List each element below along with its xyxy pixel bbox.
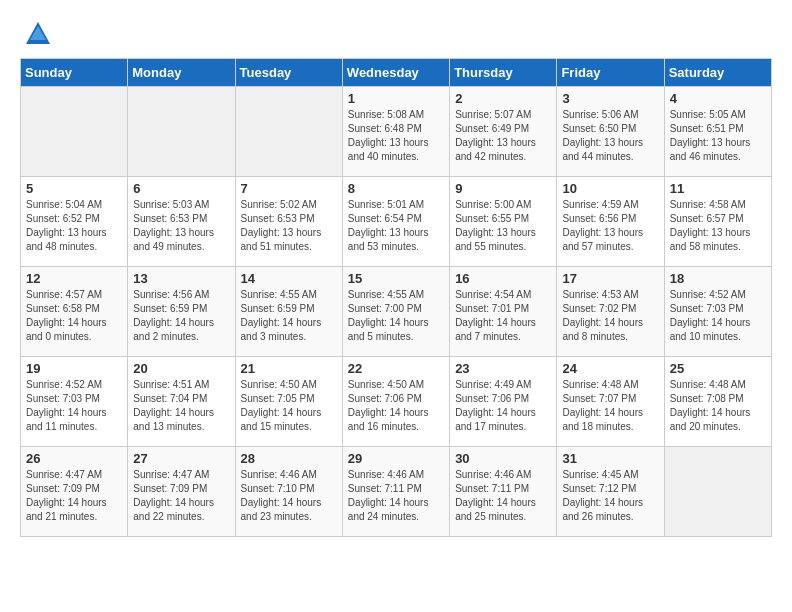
day-of-week-header: Saturday bbox=[664, 59, 771, 87]
day-number: 26 bbox=[26, 451, 122, 466]
day-info: Sunrise: 4:48 AM Sunset: 7:07 PM Dayligh… bbox=[562, 378, 658, 434]
calendar-week-row: 19Sunrise: 4:52 AM Sunset: 7:03 PM Dayli… bbox=[21, 357, 772, 447]
day-info: Sunrise: 5:03 AM Sunset: 6:53 PM Dayligh… bbox=[133, 198, 229, 254]
day-info: Sunrise: 4:56 AM Sunset: 6:59 PM Dayligh… bbox=[133, 288, 229, 344]
day-info: Sunrise: 4:53 AM Sunset: 7:02 PM Dayligh… bbox=[562, 288, 658, 344]
calendar-day-cell: 18Sunrise: 4:52 AM Sunset: 7:03 PM Dayli… bbox=[664, 267, 771, 357]
day-number: 18 bbox=[670, 271, 766, 286]
page-header bbox=[20, 20, 772, 48]
day-info: Sunrise: 4:50 AM Sunset: 7:05 PM Dayligh… bbox=[241, 378, 337, 434]
day-info: Sunrise: 4:46 AM Sunset: 7:11 PM Dayligh… bbox=[348, 468, 444, 524]
calendar-day-cell: 2Sunrise: 5:07 AM Sunset: 6:49 PM Daylig… bbox=[450, 87, 557, 177]
day-info: Sunrise: 4:52 AM Sunset: 7:03 PM Dayligh… bbox=[26, 378, 122, 434]
calendar-day-cell: 16Sunrise: 4:54 AM Sunset: 7:01 PM Dayli… bbox=[450, 267, 557, 357]
calendar-day-cell: 12Sunrise: 4:57 AM Sunset: 6:58 PM Dayli… bbox=[21, 267, 128, 357]
day-of-week-header: Thursday bbox=[450, 59, 557, 87]
day-number: 11 bbox=[670, 181, 766, 196]
calendar-day-cell: 13Sunrise: 4:56 AM Sunset: 6:59 PM Dayli… bbox=[128, 267, 235, 357]
day-number: 29 bbox=[348, 451, 444, 466]
day-info: Sunrise: 4:50 AM Sunset: 7:06 PM Dayligh… bbox=[348, 378, 444, 434]
calendar-day-cell: 8Sunrise: 5:01 AM Sunset: 6:54 PM Daylig… bbox=[342, 177, 449, 267]
day-number: 22 bbox=[348, 361, 444, 376]
calendar-day-cell bbox=[21, 87, 128, 177]
day-number: 10 bbox=[562, 181, 658, 196]
day-info: Sunrise: 4:51 AM Sunset: 7:04 PM Dayligh… bbox=[133, 378, 229, 434]
day-info: Sunrise: 5:01 AM Sunset: 6:54 PM Dayligh… bbox=[348, 198, 444, 254]
day-info: Sunrise: 4:47 AM Sunset: 7:09 PM Dayligh… bbox=[26, 468, 122, 524]
day-info: Sunrise: 4:54 AM Sunset: 7:01 PM Dayligh… bbox=[455, 288, 551, 344]
day-info: Sunrise: 4:59 AM Sunset: 6:56 PM Dayligh… bbox=[562, 198, 658, 254]
calendar-day-cell: 9Sunrise: 5:00 AM Sunset: 6:55 PM Daylig… bbox=[450, 177, 557, 267]
calendar-day-cell: 26Sunrise: 4:47 AM Sunset: 7:09 PM Dayli… bbox=[21, 447, 128, 537]
day-info: Sunrise: 5:02 AM Sunset: 6:53 PM Dayligh… bbox=[241, 198, 337, 254]
day-of-week-header: Friday bbox=[557, 59, 664, 87]
day-info: Sunrise: 4:52 AM Sunset: 7:03 PM Dayligh… bbox=[670, 288, 766, 344]
day-number: 17 bbox=[562, 271, 658, 286]
calendar-day-cell: 7Sunrise: 5:02 AM Sunset: 6:53 PM Daylig… bbox=[235, 177, 342, 267]
day-info: Sunrise: 5:07 AM Sunset: 6:49 PM Dayligh… bbox=[455, 108, 551, 164]
calendar-day-cell: 3Sunrise: 5:06 AM Sunset: 6:50 PM Daylig… bbox=[557, 87, 664, 177]
calendar-table: SundayMondayTuesdayWednesdayThursdayFrid… bbox=[20, 58, 772, 537]
day-info: Sunrise: 5:06 AM Sunset: 6:50 PM Dayligh… bbox=[562, 108, 658, 164]
day-of-week-header: Wednesday bbox=[342, 59, 449, 87]
day-info: Sunrise: 4:46 AM Sunset: 7:11 PM Dayligh… bbox=[455, 468, 551, 524]
day-info: Sunrise: 4:48 AM Sunset: 7:08 PM Dayligh… bbox=[670, 378, 766, 434]
day-number: 9 bbox=[455, 181, 551, 196]
day-info: Sunrise: 4:55 AM Sunset: 7:00 PM Dayligh… bbox=[348, 288, 444, 344]
day-of-week-header: Tuesday bbox=[235, 59, 342, 87]
day-number: 23 bbox=[455, 361, 551, 376]
day-number: 6 bbox=[133, 181, 229, 196]
day-number: 15 bbox=[348, 271, 444, 286]
day-number: 7 bbox=[241, 181, 337, 196]
day-number: 20 bbox=[133, 361, 229, 376]
calendar-header-row: SundayMondayTuesdayWednesdayThursdayFrid… bbox=[21, 59, 772, 87]
day-of-week-header: Sunday bbox=[21, 59, 128, 87]
day-info: Sunrise: 4:46 AM Sunset: 7:10 PM Dayligh… bbox=[241, 468, 337, 524]
calendar-day-cell bbox=[128, 87, 235, 177]
day-number: 8 bbox=[348, 181, 444, 196]
day-number: 24 bbox=[562, 361, 658, 376]
day-number: 13 bbox=[133, 271, 229, 286]
calendar-day-cell: 22Sunrise: 4:50 AM Sunset: 7:06 PM Dayli… bbox=[342, 357, 449, 447]
day-info: Sunrise: 4:57 AM Sunset: 6:58 PM Dayligh… bbox=[26, 288, 122, 344]
day-number: 4 bbox=[670, 91, 766, 106]
day-number: 19 bbox=[26, 361, 122, 376]
day-number: 30 bbox=[455, 451, 551, 466]
day-info: Sunrise: 4:55 AM Sunset: 6:59 PM Dayligh… bbox=[241, 288, 337, 344]
logo bbox=[20, 20, 52, 48]
day-number: 14 bbox=[241, 271, 337, 286]
calendar-week-row: 1Sunrise: 5:08 AM Sunset: 6:48 PM Daylig… bbox=[21, 87, 772, 177]
day-number: 27 bbox=[133, 451, 229, 466]
calendar-week-row: 12Sunrise: 4:57 AM Sunset: 6:58 PM Dayli… bbox=[21, 267, 772, 357]
day-number: 5 bbox=[26, 181, 122, 196]
calendar-day-cell: 21Sunrise: 4:50 AM Sunset: 7:05 PM Dayli… bbox=[235, 357, 342, 447]
calendar-day-cell: 10Sunrise: 4:59 AM Sunset: 6:56 PM Dayli… bbox=[557, 177, 664, 267]
calendar-day-cell bbox=[235, 87, 342, 177]
calendar-day-cell: 17Sunrise: 4:53 AM Sunset: 7:02 PM Dayli… bbox=[557, 267, 664, 357]
calendar-day-cell: 23Sunrise: 4:49 AM Sunset: 7:06 PM Dayli… bbox=[450, 357, 557, 447]
day-number: 25 bbox=[670, 361, 766, 376]
day-number: 3 bbox=[562, 91, 658, 106]
day-info: Sunrise: 5:00 AM Sunset: 6:55 PM Dayligh… bbox=[455, 198, 551, 254]
calendar-day-cell bbox=[664, 447, 771, 537]
calendar-day-cell: 29Sunrise: 4:46 AM Sunset: 7:11 PM Dayli… bbox=[342, 447, 449, 537]
calendar-day-cell: 1Sunrise: 5:08 AM Sunset: 6:48 PM Daylig… bbox=[342, 87, 449, 177]
calendar-day-cell: 28Sunrise: 4:46 AM Sunset: 7:10 PM Dayli… bbox=[235, 447, 342, 537]
calendar-day-cell: 6Sunrise: 5:03 AM Sunset: 6:53 PM Daylig… bbox=[128, 177, 235, 267]
day-number: 31 bbox=[562, 451, 658, 466]
calendar-day-cell: 19Sunrise: 4:52 AM Sunset: 7:03 PM Dayli… bbox=[21, 357, 128, 447]
calendar-week-row: 26Sunrise: 4:47 AM Sunset: 7:09 PM Dayli… bbox=[21, 447, 772, 537]
day-info: Sunrise: 5:05 AM Sunset: 6:51 PM Dayligh… bbox=[670, 108, 766, 164]
calendar-day-cell: 31Sunrise: 4:45 AM Sunset: 7:12 PM Dayli… bbox=[557, 447, 664, 537]
calendar-day-cell: 5Sunrise: 5:04 AM Sunset: 6:52 PM Daylig… bbox=[21, 177, 128, 267]
day-number: 12 bbox=[26, 271, 122, 286]
day-info: Sunrise: 4:58 AM Sunset: 6:57 PM Dayligh… bbox=[670, 198, 766, 254]
day-number: 1 bbox=[348, 91, 444, 106]
day-number: 28 bbox=[241, 451, 337, 466]
day-number: 2 bbox=[455, 91, 551, 106]
day-number: 16 bbox=[455, 271, 551, 286]
day-info: Sunrise: 4:49 AM Sunset: 7:06 PM Dayligh… bbox=[455, 378, 551, 434]
day-info: Sunrise: 5:08 AM Sunset: 6:48 PM Dayligh… bbox=[348, 108, 444, 164]
calendar-day-cell: 30Sunrise: 4:46 AM Sunset: 7:11 PM Dayli… bbox=[450, 447, 557, 537]
logo-icon bbox=[24, 20, 52, 48]
